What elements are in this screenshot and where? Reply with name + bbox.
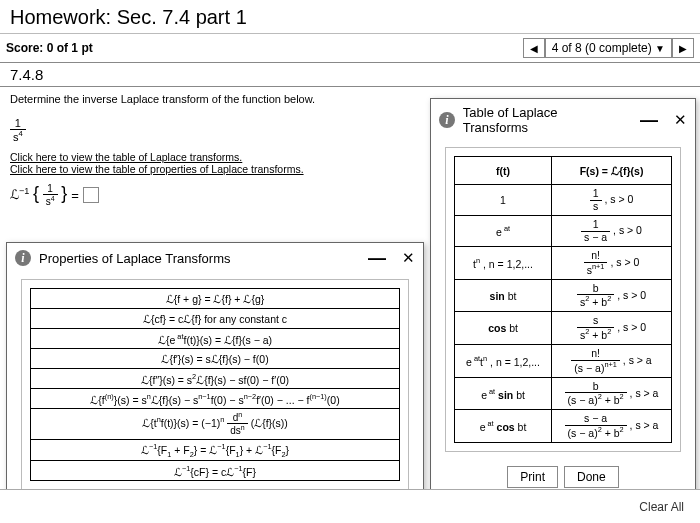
score-label-text: Score:: [6, 41, 43, 55]
nav-position-text: 4 of 8 (0 complete): [552, 41, 652, 55]
popup-header: i Table of Laplace Transforms — ✕: [431, 99, 695, 141]
nav-position[interactable]: 4 of 8 (0 complete) ▼: [545, 38, 672, 58]
properties-table: ℒ{f + g} = ℒ{f} + ℒ{g} ℒ{cf} = cℒ{f} for…: [30, 288, 400, 481]
question-number: 7.4.8: [0, 63, 700, 87]
table-row: tn , n = 1,2,...n!sn+1 , s > 0: [455, 247, 672, 280]
popup-header: i Properties of Laplace Transforms — ✕: [7, 243, 423, 273]
chevron-right-icon: ▶: [679, 43, 687, 54]
page-title: Homework: Sec. 7.4 part 1: [0, 0, 700, 34]
prev-button[interactable]: ◀: [523, 38, 545, 58]
answer-input[interactable]: [83, 187, 99, 203]
question-nav: ◀ 4 of 8 (0 complete) ▼ ▶: [523, 38, 694, 58]
table-row: ℒ{f″}(s) = s2ℒ{f}(s) − sf(0) − f′(0): [31, 369, 400, 389]
lhs-script-l: ℒ: [10, 187, 19, 202]
lhs-frac-den: s4: [43, 195, 58, 207]
clear-all-button[interactable]: Clear All: [639, 500, 684, 514]
lhs: ℒ−1 { 1 s4 }: [10, 183, 67, 208]
table-row: e at1s − a , s > 0: [455, 216, 672, 247]
laplace-table: f(t) F(s) = ℒ{f}(s) 11s , s > 0 e at1s −…: [454, 156, 672, 443]
minimize-button[interactable]: —: [368, 252, 386, 264]
print-button[interactable]: Print: [507, 466, 558, 488]
table-row: ℒ{e atf(t)}(s) = ℒ{f}(s − a): [31, 329, 400, 349]
bottom-bar: Clear All: [0, 489, 700, 523]
table-row: e attn , n = 1,2,...n!(s − a)n+1 , s > a: [455, 344, 672, 377]
lhs-frac-den-exp: 4: [51, 195, 55, 202]
next-button[interactable]: ▶: [672, 38, 694, 58]
table-row: e at cos bts − a(s − a)2 + b2 , s > a: [455, 410, 672, 443]
info-icon: i: [15, 250, 31, 266]
col-ft: f(t): [455, 157, 552, 185]
table-row: ℒ−1{cF} = cℒ−1{F}: [31, 461, 400, 481]
properties-popup: i Properties of Laplace Transforms — ✕ ℒ…: [6, 242, 424, 523]
table-row: ℒ{tnf(t)}(s) = (−1)n dndsn (ℒ{f}(s)): [31, 409, 400, 440]
lhs-frac-num: 1: [43, 183, 58, 195]
table-row: ℒ{f′}(s) = sℒ{f}(s) − f(0): [31, 349, 400, 369]
fraction-den-exp: 4: [19, 129, 23, 138]
minimize-button[interactable]: —: [640, 114, 658, 126]
table-row: sin btbs2 + b2 , s > 0: [455, 279, 672, 312]
table-row: ℒ{f + g} = ℒ{f} + ℒ{g}: [31, 289, 400, 309]
score-bar: Score: 0 of 1 pt ◀ 4 of 8 (0 complete) ▼…: [0, 34, 700, 63]
score-value: 0 of 1 pt: [47, 41, 93, 55]
popup-title: Properties of Laplace Transforms: [39, 251, 230, 266]
table-row: ℒ−1{F1 + F2} = ℒ−1{F1} + ℒ−1{F2}: [31, 439, 400, 461]
chevron-down-icon: ▼: [655, 43, 665, 54]
chevron-left-icon: ◀: [530, 43, 538, 54]
fraction: 1 s4: [10, 117, 26, 143]
col-fs: F(s) = ℒ{f}(s): [552, 157, 672, 185]
lhs-sup: −1: [19, 186, 29, 196]
fraction-den: s4: [10, 130, 26, 143]
close-button[interactable]: ✕: [402, 249, 415, 267]
done-button[interactable]: Done: [564, 466, 619, 488]
table-row: ℒ{cf} = cℒ{f} for any constant c: [31, 309, 400, 329]
table-row: ℒ{f(n)}(s) = snℒ{f}(s) − sn−1f(0) − sn−2…: [31, 389, 400, 409]
table-row: cos btss2 + b2 , s > 0: [455, 312, 672, 345]
info-icon: i: [439, 112, 455, 128]
table-row: e at sin btb(s − a)2 + b2 , s > a: [455, 377, 672, 410]
equals-sign: =: [71, 188, 79, 203]
score-label: Score: 0 of 1 pt: [6, 41, 93, 55]
laplace-table-popup: i Table of Laplace Transforms — ✕ f(t) F…: [430, 98, 696, 499]
popup-body: ℒ{f + g} = ℒ{f} + ℒ{g} ℒ{cf} = cℒ{f} for…: [21, 279, 409, 490]
popup-body: f(t) F(s) = ℒ{f}(s) 11s , s > 0 e at1s −…: [445, 147, 681, 452]
table-row: 11s , s > 0: [455, 185, 672, 216]
popup-title: Table of Laplace Transforms: [463, 105, 624, 135]
close-button[interactable]: ✕: [674, 111, 687, 129]
